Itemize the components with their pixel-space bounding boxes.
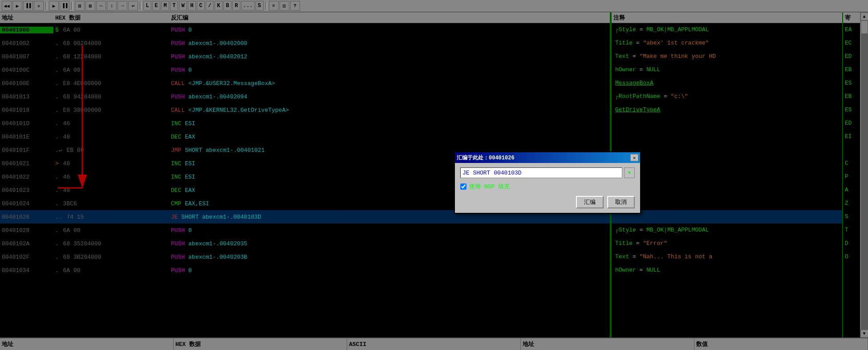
dialog-titlebar: 汇编于此处：00401026 ✕: [455, 152, 640, 163]
asm-dropdown-btn[interactable]: ▼: [624, 167, 635, 178]
nop-checkbox[interactable]: [460, 183, 466, 190]
dialog-overlay: 汇编于此处：00401026 ✕ ▼ 使用 NOP 填充 汇编 取消: [0, 0, 868, 350]
assemble-dialog: 汇编于此处：00401026 ✕ ▼ 使用 NOP 填充 汇编 取消: [454, 151, 641, 214]
dialog-input-row: ▼: [460, 167, 635, 178]
dialog-close-btn[interactable]: ✕: [630, 154, 638, 161]
dialog-body: ▼ 使用 NOP 填充 汇编 取消: [455, 163, 640, 213]
cancel-btn[interactable]: 取消: [607, 196, 635, 208]
asm-input[interactable]: [460, 167, 622, 178]
assemble-btn[interactable]: 汇编: [576, 196, 604, 208]
nop-checkbox-label: 使用 NOP 填充: [469, 183, 510, 191]
dialog-title: 汇编于此处：00401026: [457, 154, 515, 162]
dialog-checkbox-row: 使用 NOP 填充: [460, 183, 635, 191]
dialog-btn-row: 汇编 取消: [460, 196, 635, 208]
